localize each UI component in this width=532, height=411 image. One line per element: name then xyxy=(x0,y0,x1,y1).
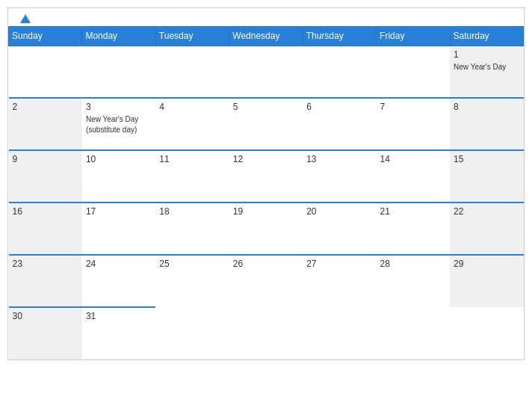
calendar-week-row: 9101112131415 xyxy=(9,150,524,203)
day-number: 19 xyxy=(233,206,299,217)
calendar-cell: 3New Year's Day (substitute day) xyxy=(82,98,155,150)
day-number: 6 xyxy=(306,102,372,112)
day-number: 16 xyxy=(13,206,78,217)
day-number: 18 xyxy=(159,206,225,217)
day-number: 7 xyxy=(380,102,446,112)
calendar-cell: 12 xyxy=(229,150,303,203)
calendar-cell: 26 xyxy=(229,255,303,307)
day-number: 15 xyxy=(454,154,519,164)
day-number: 11 xyxy=(159,154,225,164)
day-number: 24 xyxy=(86,259,152,269)
day-number: 13 xyxy=(306,154,372,164)
calendar-table: SundayMondayTuesdayWednesdayThursdayFrid… xyxy=(8,26,524,359)
calendar-cell: 24 xyxy=(82,255,155,307)
day-number: 3 xyxy=(86,102,152,112)
weekday-header-row: SundayMondayTuesdayWednesdayThursdayFrid… xyxy=(9,27,524,46)
day-number: 23 xyxy=(13,259,78,269)
calendar-cell: 25 xyxy=(155,255,229,307)
holiday-name: New Year's Day xyxy=(454,63,506,71)
weekday-header-saturday: Saturday xyxy=(450,27,523,46)
calendar-cell: 18 xyxy=(155,203,229,255)
calendar-cell xyxy=(9,46,82,98)
calendar-cell: 16 xyxy=(9,203,82,255)
day-number: 25 xyxy=(159,259,225,269)
calendar-cell: 27 xyxy=(303,255,376,307)
day-number: 27 xyxy=(306,259,372,269)
calendar-cell: 1New Year's Day xyxy=(450,46,523,98)
day-number: 26 xyxy=(233,259,299,269)
day-number: 31 xyxy=(86,311,152,321)
calendar-header xyxy=(8,8,524,26)
logo-triangle-icon xyxy=(20,14,31,23)
calendar-cell: 17 xyxy=(82,203,155,255)
calendar-cell: 30 xyxy=(9,307,82,359)
calendar-cell xyxy=(450,307,523,359)
calendar-week-row: 23New Year's Day (substitute day)45678 xyxy=(9,98,524,150)
calendar-cell: 14 xyxy=(377,150,450,203)
weekday-header-wednesday: Wednesday xyxy=(229,27,303,46)
calendar-cell: 10 xyxy=(82,150,155,203)
day-number: 12 xyxy=(233,154,299,164)
day-number: 17 xyxy=(86,206,152,217)
calendar-cell: 22 xyxy=(450,203,523,255)
calendar-cell xyxy=(82,46,155,98)
weekday-header-sunday: Sunday xyxy=(9,27,82,46)
day-number: 8 xyxy=(454,102,519,112)
day-number: 28 xyxy=(380,259,446,269)
weekday-header-monday: Monday xyxy=(82,27,155,46)
calendar-week-row: 16171819202122 xyxy=(9,203,524,255)
calendar-cell xyxy=(155,46,229,98)
weekday-header-tuesday: Tuesday xyxy=(155,27,229,46)
calendar-cell: 20 xyxy=(303,203,376,255)
day-number: 14 xyxy=(380,154,446,164)
calendar-cell: 8 xyxy=(450,98,523,150)
day-number: 22 xyxy=(454,206,519,217)
calendar-cell: 2 xyxy=(9,98,82,150)
weekday-header-thursday: Thursday xyxy=(303,27,376,46)
day-number: 29 xyxy=(454,259,519,269)
calendar-cell xyxy=(229,46,303,98)
calendar-cell xyxy=(377,307,450,359)
holiday-name: New Year's Day (substitute day) xyxy=(86,115,138,134)
calendar-cell xyxy=(303,307,376,359)
day-number: 1 xyxy=(454,49,519,60)
day-number: 20 xyxy=(306,206,372,217)
day-number: 21 xyxy=(380,206,446,217)
weekday-header-friday: Friday xyxy=(377,27,450,46)
calendar-cell: 11 xyxy=(155,150,229,203)
calendar-cell: 13 xyxy=(303,150,376,203)
calendar-cell xyxy=(155,307,229,359)
calendar-cell: 28 xyxy=(377,255,450,307)
day-number: 9 xyxy=(13,154,78,164)
calendar-cell: 7 xyxy=(377,98,450,150)
calendar-container: SundayMondayTuesdayWednesdayThursdayFrid… xyxy=(7,7,525,360)
calendar-week-row: 23242526272829 xyxy=(9,255,524,307)
calendar-cell: 4 xyxy=(155,98,229,150)
calendar-cell: 5 xyxy=(229,98,303,150)
calendar-cell xyxy=(303,46,376,98)
calendar-cell: 6 xyxy=(303,98,376,150)
calendar-cell: 23 xyxy=(9,255,82,307)
day-number: 5 xyxy=(233,102,299,112)
calendar-week-row: 1New Year's Day xyxy=(9,46,524,98)
calendar-cell xyxy=(377,46,450,98)
calendar-cell: 19 xyxy=(229,203,303,255)
logo xyxy=(17,14,31,23)
calendar-cell xyxy=(229,307,303,359)
day-number: 30 xyxy=(13,311,78,321)
calendar-cell: 31 xyxy=(82,307,155,359)
calendar-cell: 15 xyxy=(450,150,523,203)
calendar-cell: 21 xyxy=(377,203,450,255)
day-number: 10 xyxy=(86,154,152,164)
day-number: 2 xyxy=(13,102,78,112)
day-number: 4 xyxy=(159,102,225,112)
calendar-cell: 9 xyxy=(9,150,82,203)
calendar-week-row: 3031 xyxy=(9,307,524,359)
calendar-cell: 29 xyxy=(450,255,523,307)
